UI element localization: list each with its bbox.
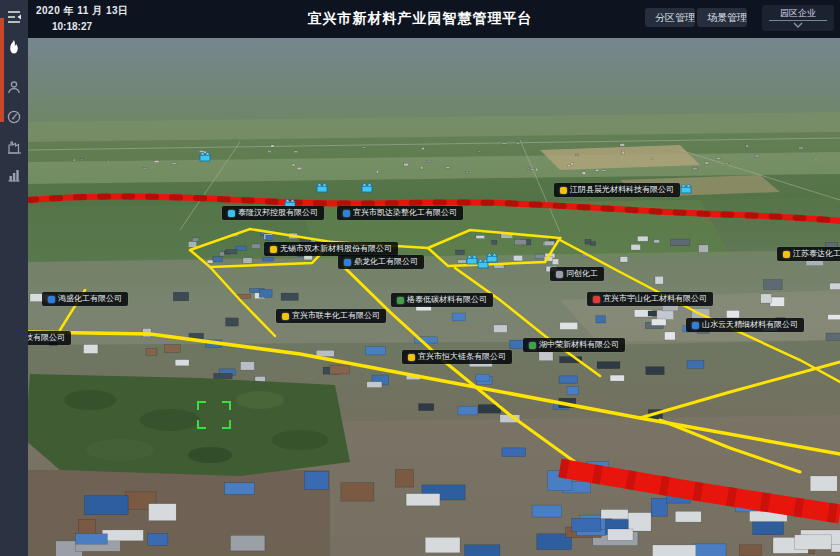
sidebar-item-menu[interactable] [0, 4, 28, 30]
company-marker-icon [560, 187, 567, 194]
map-label[interactable]: 湖中荣新材料有限公司 [523, 338, 625, 352]
sidebar-item-monitor[interactable] [0, 104, 28, 130]
company-marker-icon [343, 210, 350, 217]
company-label-text: 宜兴市凯达染整化工有限公司 [353, 209, 457, 217]
company-marker-icon [783, 251, 790, 258]
sidebar-item-statistics[interactable] [0, 162, 28, 188]
map-label[interactable]: 江苏泰达化工有限公司 [777, 247, 840, 261]
header-bar: 2020 年 11 月 13日 10:18:27 宜兴市新材料产业园智慧管理平台… [0, 0, 840, 38]
map-label[interactable]: 宜兴市联丰化工有限公司 [276, 309, 386, 323]
company-label-text: 泰隆汉邦控股有限公司 [238, 209, 318, 217]
sidebar-item-fire[interactable] [0, 34, 28, 60]
gauge-icon [7, 110, 21, 124]
company-marker-icon [529, 342, 536, 349]
company-marker-icon [228, 210, 235, 217]
company-marker-icon [282, 313, 289, 320]
company-label-text: 鼎龙化工有限公司 [354, 258, 418, 266]
chevron-down-icon [793, 22, 803, 28]
flame-icon [7, 39, 21, 55]
map-label[interactable]: 鼎龙化工有限公司 [338, 255, 424, 269]
map-canvas[interactable]: 泰隆汉邦控股有限公司宜兴市凯达染整化工有限公司无锡市双木新材料股份有限公司鼎龙化… [28, 38, 840, 556]
map-label[interactable]: 宜兴市恒大链条有限公司 [402, 350, 512, 364]
datetime: 2020 年 11 月 13日 10:18:27 [36, 4, 129, 32]
map-label[interactable]: 江阴县晨光材料科技有限公司 [554, 183, 680, 197]
company-label-text: 湖中荣新材料有限公司 [539, 341, 619, 349]
menu-icon [6, 10, 22, 24]
bar-chart-icon [7, 168, 21, 182]
company-label-text: 宜兴市宇山化工材料有限公司 [603, 295, 707, 303]
company-label-text: 同创化工 [566, 270, 598, 278]
company-label-text: 无锡市双木新材料股份有限公司 [280, 245, 392, 253]
date-text: 2020 年 11 月 13日 [36, 4, 129, 18]
map-label[interactable]: 宜兴市凯达染整化工有限公司 [337, 206, 463, 220]
map-label[interactable]: 无锡市双木新材料股份有限公司 [264, 242, 398, 256]
scene-manage-button[interactable]: 场景管理 [697, 8, 747, 27]
company-marker-icon [270, 246, 277, 253]
partition-manage-button[interactable]: 分区管理 [645, 8, 695, 27]
map-label[interactable]: 宏达染料科技有限公司 [28, 331, 71, 345]
company-marker-icon [692, 322, 699, 329]
company-label-text: 鸿盛化工有限公司 [58, 295, 122, 303]
map-label[interactable]: 山水云天精细材料有限公司 [686, 318, 804, 332]
company-label-text: 宏达染料科技有限公司 [28, 334, 65, 342]
sidebar-item-personnel[interactable] [0, 74, 28, 100]
park-enterprise-dropdown[interactable]: 园区企业 [762, 5, 834, 31]
company-label-text: 宜兴市恒大链条有限公司 [418, 353, 506, 361]
company-label-text: 宜兴市联丰化工有限公司 [292, 312, 380, 320]
dropdown-label: 园区企业 [780, 8, 816, 18]
page-title: 宜兴市新材料产业园智慧管理平台 [308, 10, 533, 28]
company-marker-icon [593, 296, 600, 303]
company-label-text: 格泰低碳材料有限公司 [407, 296, 487, 304]
company-marker-icon [408, 354, 415, 361]
map-label[interactable]: 宜兴市宇山化工材料有限公司 [587, 292, 713, 306]
company-label-text: 江阴县晨光材料科技有限公司 [570, 186, 674, 194]
map-labels-layer: 泰隆汉邦控股有限公司宜兴市凯达染整化工有限公司无锡市双木新材料股份有限公司鼎龙化… [28, 38, 840, 556]
company-marker-icon [48, 296, 55, 303]
time-text: 10:18:27 [52, 21, 129, 32]
divider [769, 20, 827, 21]
sidebar [0, 0, 28, 556]
company-marker-icon [397, 297, 404, 304]
map-label[interactable]: 同创化工 [550, 267, 604, 281]
map-label[interactable]: 鸿盛化工有限公司 [42, 292, 128, 306]
company-marker-icon [344, 259, 351, 266]
company-marker-icon [556, 271, 563, 278]
sidebar-item-enterprise[interactable] [0, 134, 28, 160]
company-label-text: 江苏泰达化工有限公司 [793, 250, 840, 258]
user-icon [7, 80, 21, 94]
app-window: 2020 年 11 月 13日 10:18:27 宜兴市新材料产业园智慧管理平台… [0, 0, 840, 556]
map-label[interactable]: 格泰低碳材料有限公司 [391, 293, 493, 307]
company-label-text: 山水云天精细材料有限公司 [702, 321, 798, 329]
factory-icon [7, 140, 22, 154]
map-label[interactable]: 泰隆汉邦控股有限公司 [222, 206, 324, 220]
